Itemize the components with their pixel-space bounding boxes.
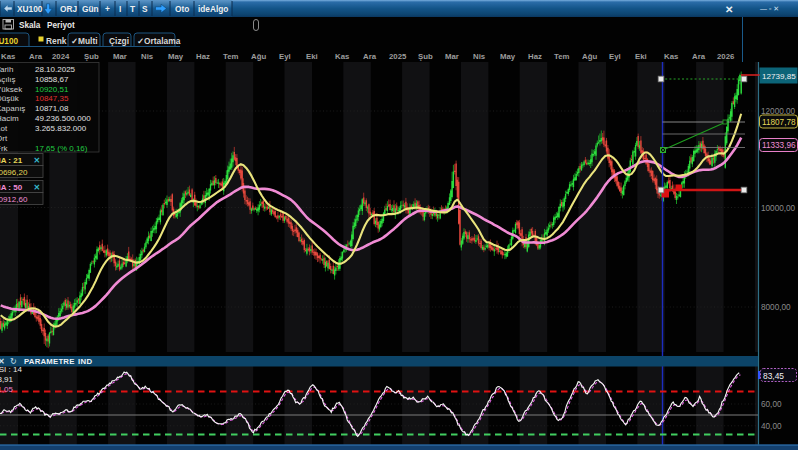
- svg-text:Ara: Ara: [363, 52, 377, 61]
- svg-text:May: May: [500, 52, 516, 61]
- svg-text:ORJ: ORJ: [60, 4, 77, 14]
- svg-text:Kas: Kas: [1, 52, 16, 61]
- svg-text:17,65 (% 0,16): 17,65 (% 0,16): [35, 144, 88, 153]
- svg-text:T: T: [130, 4, 135, 14]
- svg-text:Ort: Ort: [0, 134, 8, 143]
- svg-text:Yüksek: Yüksek: [0, 85, 23, 94]
- svg-text:Düşük: Düşük: [0, 94, 20, 103]
- svg-text:3.265.832.000: 3.265.832.000: [35, 124, 87, 133]
- svg-text:IND: IND: [78, 357, 92, 366]
- svg-text:83,45: 83,45: [763, 371, 784, 381]
- svg-text:Renk: Renk: [46, 36, 67, 46]
- svg-text:49.236.500.000: 49.236.500.000: [35, 114, 91, 123]
- svg-text:Çizgi: Çizgi: [109, 36, 129, 46]
- svg-text:Şub: Şub: [418, 52, 433, 61]
- svg-text:Eyl: Eyl: [279, 52, 291, 61]
- svg-text:Tem: Tem: [223, 52, 239, 61]
- svg-text:2026: 2026: [717, 52, 735, 61]
- svg-text:2024: 2024: [52, 52, 70, 61]
- svg-text:XU100: XU100: [0, 37, 18, 46]
- svg-text:✕: ✕: [34, 183, 41, 192]
- svg-text:Skala: Skala: [19, 21, 41, 30]
- svg-text:MA : 50: MA : 50: [0, 183, 23, 192]
- svg-text:8000,00: 8000,00: [761, 303, 791, 312]
- svg-text:Ağu: Ağu: [582, 52, 597, 61]
- svg-text:S: S: [142, 4, 148, 14]
- svg-text:Eyl: Eyl: [609, 52, 621, 61]
- svg-text:+: +: [105, 4, 110, 14]
- svg-text:Frk: Frk: [0, 144, 9, 153]
- svg-text:ideAlgo: ideAlgo: [198, 4, 228, 14]
- svg-text:Kapanış: Kapanış: [0, 104, 25, 113]
- svg-text:10696,20: 10696,20: [0, 168, 28, 177]
- svg-text:Mar: Mar: [445, 52, 459, 61]
- svg-text:83,91: 83,91: [0, 375, 14, 384]
- svg-text:Eki: Eki: [306, 52, 318, 61]
- svg-text:Lot: Lot: [0, 124, 8, 133]
- svg-text:Kas: Kas: [664, 52, 679, 61]
- svg-text:✓Multi: ✓Multi: [71, 36, 98, 46]
- svg-text:12739,85: 12739,85: [762, 72, 796, 81]
- svg-text:2025: 2025: [389, 52, 407, 61]
- svg-text:Nis: Nis: [473, 52, 486, 61]
- svg-text:10920,51: 10920,51: [35, 85, 69, 94]
- svg-text:Oto: Oto: [175, 4, 189, 14]
- svg-text:10858,67: 10858,67: [35, 75, 69, 84]
- svg-text:Şub: Şub: [84, 52, 99, 61]
- svg-text:XU100: XU100: [17, 4, 43, 14]
- svg-text:Nis: Nis: [141, 52, 154, 61]
- svg-text:I: I: [119, 4, 121, 14]
- svg-text:Gün: Gün: [82, 4, 99, 14]
- svg-text:11807,78: 11807,78: [762, 118, 796, 127]
- svg-text:Tem: Tem: [554, 52, 570, 61]
- svg-text:11333,96: 11333,96: [762, 141, 796, 150]
- svg-text:Tarih: Tarih: [0, 65, 13, 74]
- svg-text:RSI : 14: RSI : 14: [0, 365, 22, 374]
- svg-text:✕: ✕: [34, 156, 41, 165]
- svg-text:Mar: Mar: [113, 52, 127, 61]
- svg-text:MA : 21: MA : 21: [0, 156, 23, 165]
- svg-text:Ağu: Ağu: [251, 52, 266, 61]
- svg-text:✕: ✕: [725, 4, 733, 15]
- svg-text:10912,60: 10912,60: [0, 195, 28, 204]
- svg-text:10847,35: 10847,35: [35, 94, 69, 103]
- svg-text:PARAMETRE: PARAMETRE: [24, 357, 75, 366]
- svg-text:Ara: Ara: [692, 52, 706, 61]
- svg-text:Haz: Haz: [196, 52, 210, 61]
- svg-text:Eki: Eki: [635, 52, 647, 61]
- svg-text:— ▫ ✕: — ▫ ✕: [760, 5, 779, 12]
- svg-text:81,05: 81,05: [0, 385, 14, 394]
- svg-text:Açılış: Açılış: [0, 75, 16, 84]
- svg-text:60,00: 60,00: [761, 400, 782, 409]
- svg-text:Hacim: Hacim: [0, 114, 19, 123]
- svg-text:10871,08: 10871,08: [35, 104, 69, 113]
- svg-text:40,00: 40,00: [761, 422, 782, 431]
- svg-text:Haz: Haz: [528, 52, 542, 61]
- svg-text:Ara: Ara: [29, 52, 43, 61]
- svg-text:Kas: Kas: [335, 52, 350, 61]
- svg-text:10000,00: 10000,00: [761, 204, 796, 213]
- svg-text:May: May: [168, 52, 184, 61]
- svg-text:✓Ortalama: ✓Ortalama: [137, 36, 181, 46]
- svg-text:28.10.2025: 28.10.2025: [35, 65, 76, 74]
- svg-text:Periyot: Periyot: [47, 21, 75, 30]
